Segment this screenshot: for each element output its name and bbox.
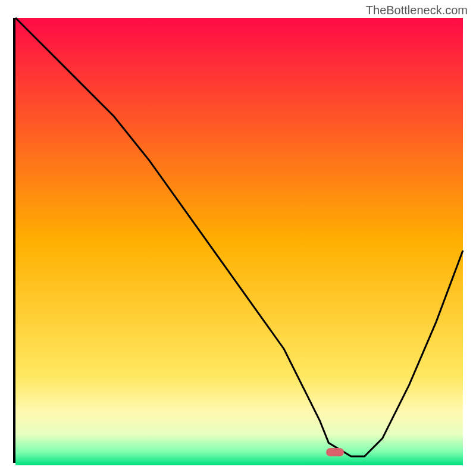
- optimal-marker: [326, 448, 344, 456]
- watermark-label: TheBottleneck.com: [366, 4, 468, 17]
- bottleneck-curve: [15, 18, 463, 465]
- plot-area: [13, 18, 463, 463]
